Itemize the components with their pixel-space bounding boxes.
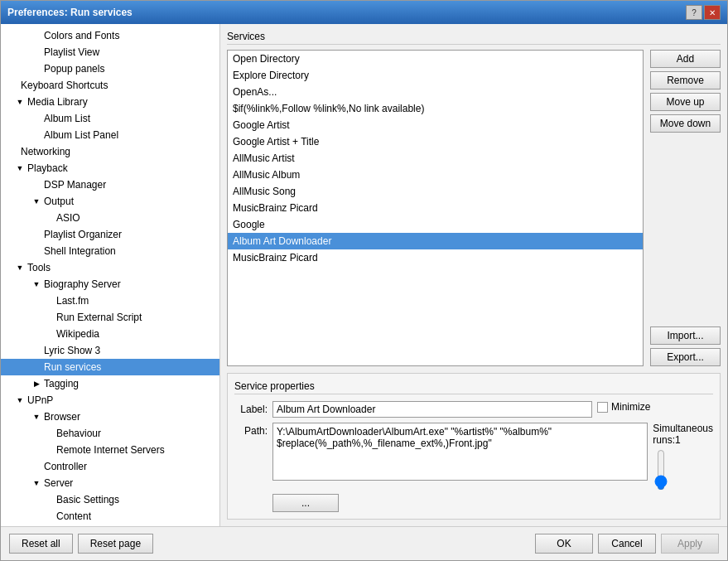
browse-button[interactable]: ... <box>272 494 339 512</box>
expand-icon: ▼ <box>14 264 26 272</box>
sidebar-item-album-list[interactable]: Album List <box>1 110 219 127</box>
sidebar: Colors and Fonts Playlist View Popup pan… <box>1 24 220 526</box>
service-google-artist-title[interactable]: Google Artist + Title <box>228 133 643 150</box>
sidebar-item-wikipedia[interactable]: Wikipedia <box>1 326 219 342</box>
reset-page-button[interactable]: Reset page <box>78 534 153 554</box>
sidebar-item-playlist-organizer[interactable]: Playlist Organizer <box>1 226 219 243</box>
minimize-row: Minimize <box>597 401 713 413</box>
service-google-artist[interactable]: Google Artist <box>228 117 643 133</box>
sidebar-item-last-fm[interactable]: Last.fm <box>1 293 219 309</box>
sidebar-item-content[interactable]: Content <box>1 508 219 525</box>
sidebar-item-tools[interactable]: ▼ Tools <box>1 259 219 276</box>
service-explore-directory[interactable]: Explore Directory <box>228 67 643 84</box>
bottom-bar: Reset all Reset page OK Cancel Apply <box>1 526 727 560</box>
service-google[interactable]: Google <box>228 216 643 233</box>
path-field-label: Path: <box>234 423 268 437</box>
sidebar-item-playlist-view[interactable]: Playlist View <box>1 44 219 60</box>
preferences-window: Preferences: Run services ? ✕ Colors and… <box>0 0 728 561</box>
expand-icon: ▼ <box>14 98 26 106</box>
simultaneous-label: Simultaneousruns:1 <box>653 423 713 446</box>
window-title: Preferences: Run services <box>7 7 133 18</box>
expand-icon: ▼ <box>14 164 26 172</box>
services-list[interactable]: Open Directory Explore Directory OpenAs.… <box>227 50 644 366</box>
add-button[interactable]: Add <box>650 50 721 68</box>
minimize-container: Minimize <box>597 401 713 413</box>
sidebar-item-run-services[interactable]: Run services <box>1 359 219 375</box>
expand-icon: ▼ <box>14 396 26 404</box>
label-input[interactable] <box>272 401 592 418</box>
title-bar-controls: ? ✕ <box>686 5 721 20</box>
sidebar-item-playback[interactable]: ▼ Playback <box>1 160 219 177</box>
reset-all-button[interactable]: Reset all <box>9 534 73 554</box>
path-textarea[interactable]: <span class="path-highlight">Y:\AlbumArt… <box>272 423 648 481</box>
sidebar-item-asio[interactable]: ASIO <box>1 210 219 226</box>
path-area: Path: <span class="path-highlight">Y:\Al… <box>234 423 713 491</box>
sidebar-item-keyboard-shortcuts[interactable]: Keyboard Shortcuts <box>1 77 219 94</box>
service-musicbrainz-picard2[interactable]: MusicBrainz Picard <box>228 249 643 266</box>
service-open-as[interactable]: OpenAs... <box>228 84 643 100</box>
minimize-checkbox[interactable] <box>597 402 608 413</box>
sidebar-item-tagging[interactable]: ▶ Tagging <box>1 375 219 392</box>
service-open-directory[interactable]: Open Directory <box>228 51 643 67</box>
title-bar: Preferences: Run services ? ✕ <box>1 1 727 24</box>
sidebar-item-lyric-show[interactable]: Lyric Show 3 <box>1 342 219 359</box>
properties-title: Service properties <box>234 380 315 392</box>
service-musicbrainz-picard1[interactable]: MusicBrainz Picard <box>228 200 643 216</box>
sidebar-item-run-external-script[interactable]: Run External Script <box>1 309 219 326</box>
sidebar-item-shell-integration[interactable]: Shell Integration <box>1 243 219 259</box>
close-button[interactable]: ✕ <box>704 5 721 20</box>
simultaneous-slider[interactable] <box>653 449 669 491</box>
minimize-label: Minimize <box>611 401 650 413</box>
sidebar-item-media-library[interactable]: ▼ Media Library <box>1 94 219 110</box>
expand-icon: ▶ <box>31 380 42 388</box>
sidebar-item-colors-fonts[interactable]: Colors and Fonts <box>1 27 219 44</box>
sidebar-item-controller[interactable]: Controller <box>1 458 219 475</box>
sidebar-item-biography-server[interactable]: ▼ Biography Server <box>1 276 219 293</box>
import-button[interactable]: Import... <box>650 326 721 345</box>
sidebar-item-popup-panels[interactable]: Popup panels <box>1 60 219 77</box>
services-buttons: Add Remove Move up Move down Import... E… <box>650 50 721 366</box>
expand-icon: ▼ <box>31 197 42 206</box>
path-textarea-container: <span class="path-highlight">Y:\AlbumArt… <box>272 423 648 483</box>
sidebar-item-browser[interactable]: ▼ Browser <box>1 409 219 425</box>
sidebar-item-networking[interactable]: Networking <box>1 143 219 160</box>
sidebar-item-upnp[interactable]: ▼ UPnP <box>1 392 219 409</box>
label-field-label: Label: <box>234 401 268 415</box>
services-title: Services <box>227 31 265 42</box>
move-down-button[interactable]: Move down <box>650 114 721 133</box>
expand-icon: ▼ <box>31 413 42 421</box>
main-panel: Services Open Directory Explore Director… <box>220 24 727 526</box>
expand-icon: ▼ <box>31 280 42 288</box>
sidebar-item-behaviour[interactable]: Behaviour <box>1 425 219 442</box>
service-properties-panel: Service properties Label: Minimize <box>227 373 721 520</box>
service-album-art-downloader[interactable]: Album Art Downloader <box>228 233 643 249</box>
sidebar-item-output[interactable]: ▼ Output <box>1 193 219 210</box>
sidebar-item-server[interactable]: ▼ Server <box>1 475 219 491</box>
service-allmusic-artist[interactable]: AllMusic Artist <box>228 150 643 167</box>
sidebar-item-dsp-manager[interactable]: DSP Manager <box>1 177 219 193</box>
sidebar-item-album-list-panel[interactable]: Album List Panel <box>1 127 219 143</box>
move-up-button[interactable]: Move up <box>650 93 721 111</box>
ok-button[interactable]: OK <box>535 534 593 554</box>
apply-button[interactable]: Apply <box>661 534 719 554</box>
export-button[interactable]: Export... <box>650 348 721 366</box>
remove-button[interactable]: Remove <box>650 71 721 89</box>
sidebar-item-remote-internet-servers[interactable]: Remote Internet Servers <box>1 442 219 458</box>
service-allmusic-song[interactable]: AllMusic Song <box>228 183 643 200</box>
cancel-button[interactable]: Cancel <box>598 534 656 554</box>
expand-icon: ▼ <box>31 479 42 487</box>
label-row: Label: Minimize <box>234 401 713 418</box>
service-sif-link[interactable]: $if(%link%,Follow %link%,No link availab… <box>228 100 643 117</box>
service-allmusic-album[interactable]: AllMusic Album <box>228 167 643 183</box>
sidebar-item-basic-settings[interactable]: Basic Settings <box>1 491 219 508</box>
content-area: Colors and Fonts Playlist View Popup pan… <box>1 24 727 526</box>
help-button[interactable]: ? <box>686 5 702 20</box>
services-panel: Open Directory Explore Directory OpenAs.… <box>227 50 721 366</box>
